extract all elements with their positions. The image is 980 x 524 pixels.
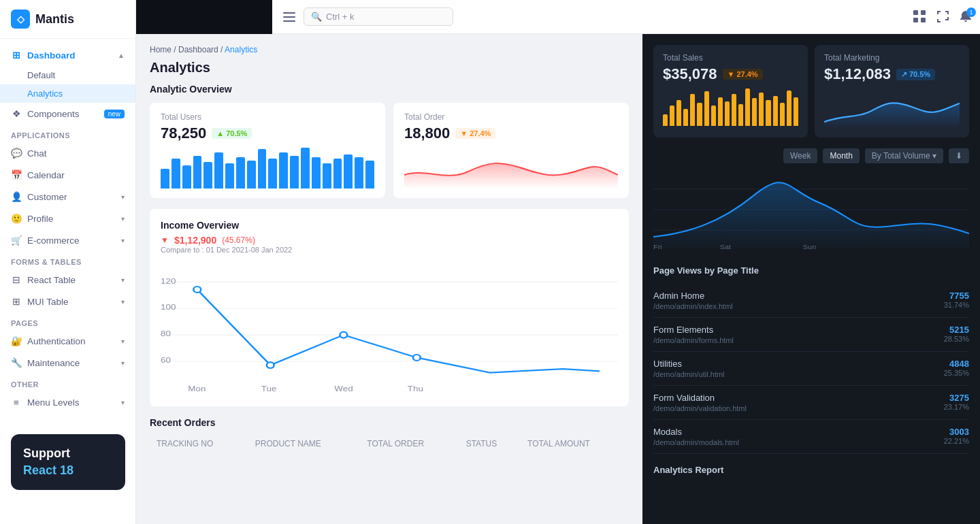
ecommerce-icon: 🛒 — [11, 235, 22, 246]
page-view-item: Modals /demo/admin/modals.html 3003 22.2… — [653, 420, 969, 454]
sales-badge: ▼ 27.4% — [723, 69, 763, 80]
income-info: Income Overview ▼ $1,12,900 (45.67%) Com… — [161, 220, 292, 254]
page-view-item: Utilities /demo/admin/util.html 4848 25.… — [653, 352, 969, 386]
page-view-info: Admin Home /demo/admin/index.html — [653, 291, 944, 310]
chevron-down-icon: ▾ — [121, 215, 125, 223]
support-react-popup[interactable]: Support React 18 — [11, 434, 125, 490]
dark-stat-cards: Total Sales $35,078 ▼ 27.4% Total Market… — [653, 45, 969, 137]
chevron-up-icon: ▲ — [118, 52, 125, 59]
sidebar-item-calendar[interactable]: 📅 Calendar — [0, 164, 135, 186]
sidebar-item-react-table[interactable]: ⊟ React Table ▾ — [0, 269, 135, 291]
page-view-count: 5215 28.53% — [944, 325, 969, 343]
income-arrow: ▼ — [161, 235, 169, 245]
search-bar[interactable]: 🔍 Ctrl + k — [304, 7, 453, 26]
page-view-number: 3275 — [944, 393, 969, 403]
dark-stat-card-marketing: Total Marketing $1,12,083 ↗ 70.5% — [815, 45, 969, 137]
page-view-info: Utilities /demo/admin/util.html — [653, 359, 944, 378]
sidebar-item-analytics[interactable]: Analytics — [0, 84, 135, 103]
sidebar-item-dashboard[interactable]: ⊞ Dashboard ▲ — [0, 44, 135, 66]
page-view-count: 4848 25.35% — [944, 359, 969, 377]
dark-side: Total Sales $35,078 ▼ 27.4% Total Market… — [642, 34, 980, 524]
applications-section-label: Applications — [0, 125, 135, 142]
apps-icon[interactable] — [913, 10, 927, 24]
mui-table-icon: ⊞ — [11, 296, 22, 307]
fullscreen-icon[interactable] — [936, 10, 950, 24]
page-view-number: 7755 — [944, 291, 969, 301]
svg-rect-0 — [283, 12, 295, 14]
orders-table: TRACKING NO PRODUCT NAME TOTAL ORDER STA… — [150, 433, 629, 455]
total-marketing-value: $1,12,083 — [824, 65, 891, 83]
svg-text:Fri: Fri — [653, 244, 662, 250]
total-marketing-label: Total Marketing — [824, 53, 960, 63]
page-view-number: 4848 — [944, 359, 969, 369]
sidebar-item-mui-table[interactable]: ⊞ MUI Table ▾ — [0, 291, 135, 312]
week-button[interactable]: Week — [783, 148, 817, 163]
month-button[interactable]: Month — [823, 148, 859, 163]
breadcrumb: Home / Dashboard / Analytics — [150, 45, 629, 54]
page-view-item: Admin Home /demo/admin/index.html 7755 3… — [653, 284, 969, 318]
svg-point-18 — [340, 332, 347, 338]
dark-stat-card-sales: Total Sales $35,078 ▼ 27.4% — [653, 45, 808, 137]
analytics-report-title: Analytics Report — [653, 465, 969, 475]
chevron-down-icon: ▾ — [121, 399, 125, 406]
page-view-path: /demo/admin/util.html — [653, 370, 944, 378]
page-view-path: /demo/admin/validation.html — [653, 404, 944, 412]
col-total-amount: TOTAL AMOUNT — [522, 435, 627, 453]
svg-text:Sun: Sun — [803, 244, 817, 250]
svg-rect-4 — [921, 10, 926, 15]
table-header-row: TRACKING NO PRODUCT NAME TOTAL ORDER STA… — [151, 435, 627, 453]
sidebar-item-chat[interactable]: 💬 Chat — [0, 142, 135, 164]
page-view-item: Form Validation /demo/admin/validation.h… — [653, 386, 969, 420]
dropdown-arrow-icon: ▾ — [932, 151, 936, 161]
sidebar-item-menu-levels[interactable]: ≡ Menu Levels ▾ — [0, 391, 135, 413]
sales-bar-chart — [663, 88, 798, 126]
sidebar-item-profile[interactable]: 🙂 Profile ▾ — [0, 208, 135, 229]
svg-rect-1 — [283, 16, 295, 18]
sidebar-item-authentication[interactable]: 🔐 Authentication ▾ — [0, 330, 135, 352]
income-value: $1,12,900 — [174, 235, 216, 246]
col-status: STATUS — [461, 435, 521, 453]
marketing-badge: ↗ 70.5% — [896, 69, 935, 80]
svg-point-19 — [413, 355, 421, 361]
sidebar-item-default[interactable]: Default — [0, 66, 135, 84]
page-view-percent: 28.53% — [944, 335, 969, 343]
svg-rect-3 — [913, 10, 918, 15]
total-users-badge: ▲ 70.5% — [212, 128, 252, 139]
svg-text:100: 100 — [161, 304, 176, 312]
customer-icon: 👤 — [11, 191, 22, 202]
new-badge: new — [104, 110, 125, 118]
sidebar-item-customer[interactable]: 👤 Customer ▾ — [0, 186, 135, 208]
page-view-path: /demo/admin/modals.html — [653, 438, 944, 446]
page-view-name: Form Elements — [653, 325, 944, 335]
chat-icon: 💬 — [11, 148, 22, 159]
other-section-label: Other — [0, 374, 135, 391]
forms-tables-section-label: Forms & Tables — [0, 251, 135, 269]
support-subtitle: React 18 — [23, 463, 113, 478]
total-sales-label: Total Sales — [663, 53, 798, 63]
arrow-down-icon: ▼ — [460, 129, 468, 137]
arrow-up-icon: ▲ — [216, 129, 224, 137]
svg-text:Wed: Wed — [334, 385, 353, 394]
sidebar-item-components[interactable]: ❖ Components new — [0, 103, 135, 125]
stat-card-total-order: Total Order 18,800 ▼ 27.4% — [393, 103, 629, 198]
page-view-name: Utilities — [653, 359, 944, 369]
chart-controls: Week Month By Total Volume ▾ ⬇ — [653, 148, 969, 163]
page-view-count: 3275 23.17% — [944, 393, 969, 411]
svg-text:Mon: Mon — [188, 385, 206, 394]
page-view-name: Admin Home — [653, 291, 944, 301]
volume-button[interactable]: By Total Volume ▾ — [865, 148, 943, 163]
recent-orders-title: Recent Orders — [150, 417, 629, 428]
page-view-item: Form Elements /demo/admin/forms.html 521… — [653, 318, 969, 352]
download-button[interactable]: ⬇ — [949, 148, 969, 163]
chevron-down-icon: ▾ — [121, 276, 125, 284]
notifications-icon[interactable]: 1 — [960, 10, 973, 24]
sidebar-item-maintenance[interactable]: 🔧 Maintenance ▾ — [0, 352, 135, 374]
hamburger-icon[interactable] — [283, 11, 295, 23]
page-view-percent: 25.35% — [944, 369, 969, 377]
marketing-area-chart — [824, 88, 960, 129]
page-view-count: 7755 31.74% — [944, 291, 969, 309]
total-users-value: 78,250 — [161, 125, 206, 142]
page-view-percent: 22.21% — [944, 437, 969, 445]
page-view-info: Modals /demo/admin/modals.html — [653, 427, 944, 446]
sidebar-item-ecommerce[interactable]: 🛒 E-commerce ▾ — [0, 229, 135, 251]
